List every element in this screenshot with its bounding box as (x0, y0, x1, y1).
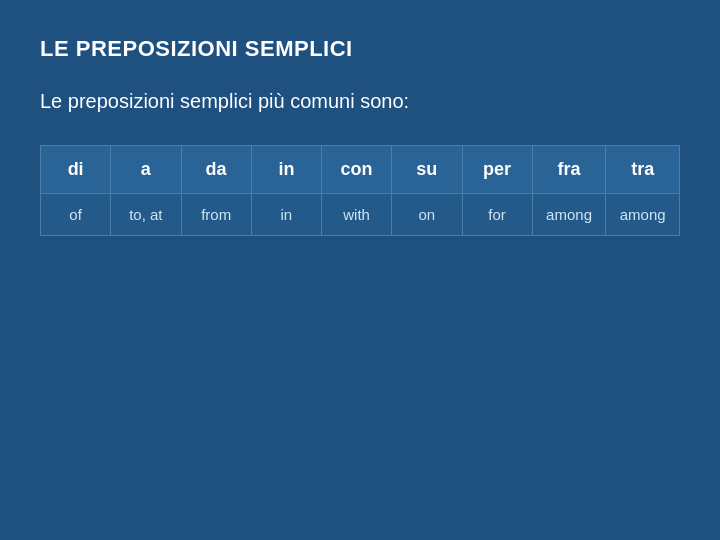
header-row: diadainconsuperfratra (41, 146, 680, 194)
prepositions-table: diadainconsuperfratra ofto, atfrominwith… (40, 145, 680, 236)
translation-cell-4: with (322, 194, 392, 236)
translation-cell-3: in (251, 194, 321, 236)
header-cell-tra: tra (606, 146, 680, 194)
translation-cell-1: to, at (111, 194, 181, 236)
header-cell-di: di (41, 146, 111, 194)
translation-cell-2: from (181, 194, 251, 236)
translation-cell-8: among (606, 194, 680, 236)
translation-cell-6: for (462, 194, 532, 236)
header-cell-su: su (392, 146, 462, 194)
header-cell-fra: fra (532, 146, 606, 194)
translation-cell-0: of (41, 194, 111, 236)
header-cell-a: a (111, 146, 181, 194)
translation-cell-7: among (532, 194, 606, 236)
header-cell-con: con (322, 146, 392, 194)
translation-row: ofto, atfrominwithonforamongamong (41, 194, 680, 236)
header-cell-da: da (181, 146, 251, 194)
page-title: LE PREPOSIZIONI SEMPLICI (40, 36, 680, 62)
header-cell-in: in (251, 146, 321, 194)
header-cell-per: per (462, 146, 532, 194)
subtitle: Le preposizioni semplici più comuni sono… (40, 90, 680, 113)
page-container: LE PREPOSIZIONI SEMPLICI Le preposizioni… (0, 0, 720, 540)
translation-cell-5: on (392, 194, 462, 236)
